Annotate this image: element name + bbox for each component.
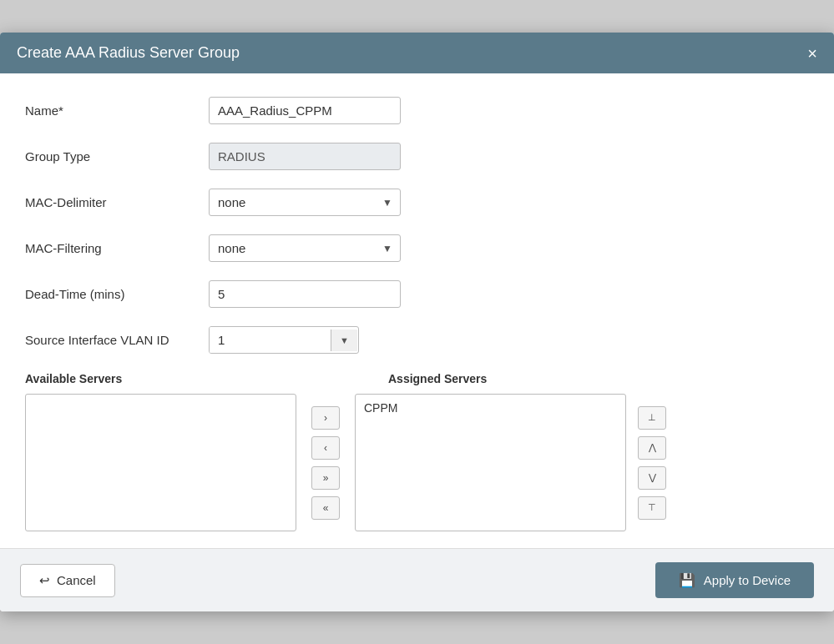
move-top-button[interactable]: ⊥ — [638, 406, 666, 430]
move-up-button[interactable]: ⋀ — [638, 436, 666, 460]
dead-time-row: Dead-Time (mins) — [25, 280, 809, 308]
apply-label: Apply to Device — [704, 573, 791, 587]
group-type-label: Group Type — [25, 149, 209, 164]
mac-filtering-label: MAC-Filtering — [25, 241, 209, 255]
group-type-input — [209, 143, 401, 170]
dialog-title: Create AAA Radius Server Group — [17, 44, 240, 62]
cancel-button[interactable]: ↩ Cancel — [20, 564, 115, 597]
source-vlan-input[interactable] — [210, 327, 331, 353]
assigned-servers-header: Assigned Servers — [388, 372, 660, 385]
mac-delimiter-row: MAC-Delimiter none colon hyphen dot ▼ — [25, 189, 809, 216]
available-servers-list[interactable] — [25, 394, 296, 531]
mac-filtering-row: MAC-Filtering none enabled disabled ▼ — [25, 234, 809, 262]
move-down-button[interactable]: ⋁ — [638, 466, 666, 490]
name-row: Name* — [25, 97, 809, 124]
assigned-server-item: CPPM — [360, 399, 621, 417]
dialog-body: Name* Group Type MAC-Delimiter none colo… — [0, 73, 834, 548]
mac-delimiter-wrapper: none colon hyphen dot ▼ — [209, 189, 401, 216]
assigned-servers-list[interactable]: CPPM — [355, 394, 626, 531]
name-label: Name* — [25, 103, 209, 118]
move-bottom-button[interactable]: ⊤ — [638, 496, 666, 520]
servers-section: Available Servers Assigned Servers › ‹ »… — [25, 372, 809, 531]
move-right-button[interactable]: › — [311, 406, 340, 430]
dialog-footer: ↩ Cancel 💾 Apply to Device — [0, 548, 834, 611]
source-vlan-label: Source Interface VLAN ID — [25, 333, 209, 347]
transfer-buttons-group: › ‹ » « — [296, 394, 355, 531]
mac-delimiter-select[interactable]: none colon hyphen dot — [209, 189, 401, 216]
cancel-label: Cancel — [57, 573, 96, 587]
available-servers-header: Available Servers — [25, 372, 296, 385]
servers-row: › ‹ » « CPPM ⊥ ⋀ ⋁ ⊤ — [25, 394, 809, 531]
move-left-button[interactable]: ‹ — [311, 436, 340, 460]
apply-to-device-button[interactable]: 💾 Apply to Device — [655, 562, 814, 598]
mac-filtering-select[interactable]: none enabled disabled — [209, 234, 401, 262]
create-radius-dialog: Create AAA Radius Server Group × Name* G… — [0, 33, 834, 611]
name-input[interactable] — [209, 97, 401, 124]
move-all-right-button[interactable]: » — [311, 466, 340, 490]
servers-headers: Available Servers Assigned Servers — [25, 372, 809, 385]
source-vlan-dropdown-button[interactable]: ▼ — [331, 330, 357, 351]
source-vlan-wrapper: ▼ — [209, 326, 359, 354]
dead-time-label: Dead-Time (mins) — [25, 287, 209, 301]
order-buttons-group: ⊥ ⋀ ⋁ ⊤ — [626, 394, 678, 531]
mac-delimiter-label: MAC-Delimiter — [25, 195, 209, 209]
mac-filtering-wrapper: none enabled disabled ▼ — [209, 234, 401, 262]
dialog-header: Create AAA Radius Server Group × — [0, 33, 834, 73]
source-vlan-row: Source Interface VLAN ID ▼ — [25, 326, 809, 354]
close-button[interactable]: × — [807, 45, 817, 62]
cancel-icon: ↩ — [39, 573, 50, 588]
dead-time-input[interactable] — [209, 280, 401, 308]
group-type-row: Group Type — [25, 143, 809, 170]
move-all-left-button[interactable]: « — [311, 496, 340, 520]
save-icon: 💾 — [679, 572, 695, 588]
